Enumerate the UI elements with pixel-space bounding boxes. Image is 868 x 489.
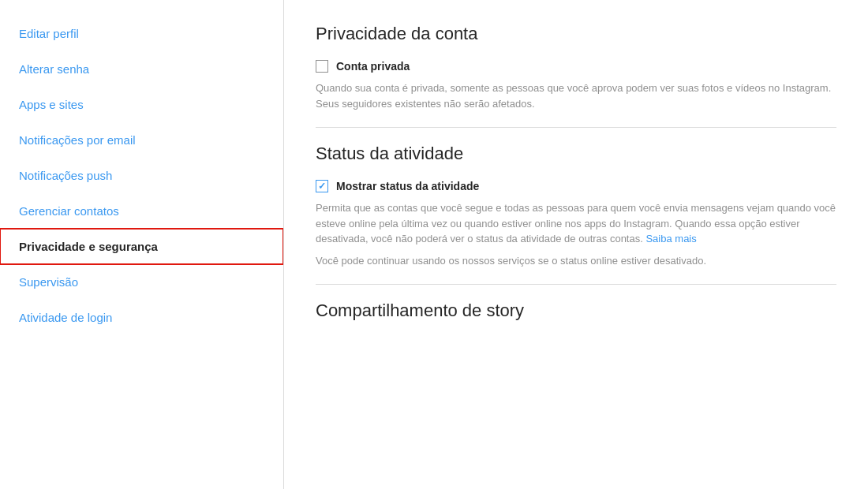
sidebar-item-label: Apps e sites xyxy=(19,98,84,111)
sidebar-item-editar-perfil[interactable]: Editar perfil xyxy=(0,16,283,51)
section-status-atividade: Status da atividadeMostrar status da ati… xyxy=(316,144,836,268)
sidebar-item-notificacoes-email[interactable]: Notificações por email xyxy=(0,122,283,158)
option-row-conta-privada: Conta privada xyxy=(316,60,836,73)
sidebar-item-privacidade-seguranca[interactable]: Privacidade e segurança xyxy=(0,229,283,264)
sidebar-item-label: Privacidade e segurança xyxy=(19,240,158,253)
checkbox-conta-privada[interactable] xyxy=(316,60,328,73)
sidebar-item-label: Gerenciar contatos xyxy=(19,204,119,218)
sidebar-item-label: Alterar senha xyxy=(19,62,89,76)
sidebar-item-gerenciar-contatos[interactable]: Gerenciar contatos xyxy=(0,193,283,229)
section-title-status-atividade: Status da atividade xyxy=(316,144,836,164)
section-privacidade-conta: Privacidade da contaConta privadaQuando … xyxy=(316,24,836,111)
main-content: Privacidade da contaConta privadaQuando … xyxy=(284,0,868,489)
checkbox-mostrar-status[interactable] xyxy=(316,180,328,192)
option-description-mostrar-status: Permita que as contas que você segue e t… xyxy=(316,200,836,247)
section-title-compartilhamento-story: Compartilhamento de story xyxy=(316,300,836,321)
sidebar-item-label: Notificações por email xyxy=(19,133,136,147)
sidebar-item-alterar-senha[interactable]: Alterar senha xyxy=(0,51,283,87)
option-label-mostrar-status: Mostrar status da atividade xyxy=(336,180,479,192)
option-row-mostrar-status: Mostrar status da atividade xyxy=(316,180,836,192)
section-title-privacidade-conta: Privacidade da conta xyxy=(316,24,836,44)
sidebar-item-label: Atividade de login xyxy=(19,311,112,324)
sidebar-item-label: Supervisão xyxy=(19,275,78,289)
option-extra-description-mostrar-status: Você pode continuar usando os nossos ser… xyxy=(316,253,836,269)
saiba-mais-link[interactable]: Saiba mais xyxy=(645,233,696,244)
section-compartilhamento-story: Compartilhamento de story xyxy=(316,300,836,321)
sidebar-item-atividade-login[interactable]: Atividade de login xyxy=(0,300,283,335)
option-description-conta-privada: Quando sua conta é privada, somente as p… xyxy=(316,80,836,111)
sidebar-item-apps-sites[interactable]: Apps e sites xyxy=(0,87,283,122)
sidebar: Editar perfilAlterar senhaApps e sitesNo… xyxy=(0,0,284,489)
section-divider-1 xyxy=(316,284,836,285)
section-divider-0 xyxy=(316,127,836,128)
sidebar-item-supervisao[interactable]: Supervisão xyxy=(0,264,283,300)
sidebar-item-label: Editar perfil xyxy=(19,27,79,40)
sidebar-item-label: Notificações push xyxy=(19,169,112,182)
page-container: Editar perfilAlterar senhaApps e sitesNo… xyxy=(0,0,868,489)
sidebar-item-notificacoes-push[interactable]: Notificações push xyxy=(0,158,283,193)
option-label-conta-privada: Conta privada xyxy=(336,60,410,73)
